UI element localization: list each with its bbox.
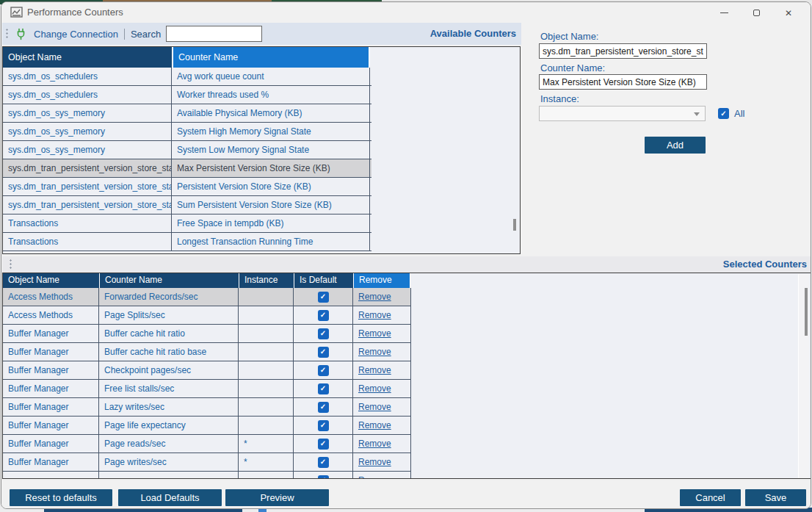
cell-object-name: sys.dm_os_schedulers: [3, 86, 172, 104]
preview-button[interactable]: Preview: [225, 489, 329, 506]
available-row[interactable]: sys.dm_os_schedulersWorker threads used …: [3, 86, 371, 104]
cell-object-name: sys.dm_os_sys_memory: [3, 123, 172, 140]
column-header-counter-name[interactable]: Counter Name: [99, 273, 239, 288]
remove-link[interactable]: Remove: [358, 402, 391, 412]
cell-remove: Remove: [353, 453, 411, 471]
column-header-object-name[interactable]: Object Name: [3, 47, 172, 68]
cell-is-default: [294, 361, 353, 379]
cell-object-name: Buffer Manager: [3, 343, 99, 361]
is-default-checkbox[interactable]: [318, 402, 329, 413]
available-row[interactable]: sys.dm_tran_persistent_version_store_sta…: [3, 159, 371, 178]
column-header-remove[interactable]: Remove: [353, 273, 410, 288]
available-row[interactable]: TransactionsLongest Transaction Running …: [3, 233, 371, 251]
cell-counter-name: Longest Transaction Running Time: [172, 233, 370, 250]
available-rows: sys.dm_os_schedulersAvg work queue count…: [3, 68, 520, 251]
maximize-button[interactable]: [740, 2, 772, 23]
selected-row[interactable]: Buffer ManagerPage life expectancyRemove: [3, 417, 411, 435]
cell-instance: [239, 380, 294, 397]
available-row[interactable]: sys.dm_os_sys_memoryAvailable Physical M…: [3, 104, 371, 123]
selected-table-scrollbar[interactable]: [805, 288, 808, 336]
remove-link[interactable]: Remove: [358, 310, 391, 320]
selected-row[interactable]: Remove: [3, 472, 411, 479]
selected-row[interactable]: Buffer ManagerFree list stalls/secRemove: [3, 380, 411, 398]
load-defaults-button[interactable]: Load Defaults: [118, 489, 222, 506]
remove-link[interactable]: Remove: [358, 365, 391, 375]
selected-row[interactable]: Buffer ManagerCheckpoint pages/secRemove: [3, 361, 411, 380]
available-row[interactable]: sys.dm_os_sys_memorySystem High Memory S…: [3, 123, 371, 141]
available-row[interactable]: sys.dm_tran_persistent_version_store_sta…: [3, 178, 371, 196]
cell-remove: Remove: [353, 398, 411, 416]
selected-row[interactable]: Buffer ManagerBuffer cache hit ratio bas…: [3, 343, 411, 361]
selected-row[interactable]: Buffer ManagerPage writes/sec*Remove: [3, 453, 411, 472]
cell-is-default: [294, 435, 353, 452]
column-header-object-name[interactable]: Object Name: [3, 273, 99, 288]
is-default-checkbox[interactable]: [318, 420, 329, 431]
is-default-checkbox[interactable]: [318, 292, 329, 303]
cell-counter-name: Sum Persistent Version Store Size (KB): [172, 196, 370, 214]
cancel-button[interactable]: Cancel: [680, 489, 741, 506]
cell-object-name: Transactions: [3, 214, 172, 232]
is-default-checkbox[interactable]: [318, 439, 329, 450]
save-button[interactable]: Save: [745, 489, 806, 506]
available-row[interactable]: TransactionsFree Space in tempdb (KB): [3, 214, 371, 233]
column-header-instance[interactable]: Instance: [239, 273, 294, 288]
cell-counter-name: Page life expectancy: [99, 417, 239, 434]
is-default-checkbox[interactable]: [318, 347, 329, 358]
cell-counter-name: Available Physical Memory (KB): [172, 104, 370, 122]
available-counters-table: Object Name Counter Name sys.dm_os_sched…: [2, 46, 521, 254]
remove-link[interactable]: Remove: [358, 292, 391, 302]
toolbar: Change Connection Search Available Count…: [2, 23, 521, 45]
toolbar-grip-icon: [6, 28, 8, 40]
is-default-checkbox[interactable]: [318, 383, 329, 394]
is-default-checkbox[interactable]: [318, 457, 329, 468]
column-header-counter-name[interactable]: Counter Name: [172, 47, 370, 68]
selected-table-header: Object Name Counter Name Instance Is Def…: [3, 273, 811, 288]
column-header-is-default[interactable]: Is Default: [294, 273, 353, 288]
is-default-checkbox[interactable]: [318, 365, 329, 376]
counter-name-field[interactable]: [539, 74, 707, 90]
available-row[interactable]: sys.dm_os_schedulersAvg work queue count: [3, 68, 371, 86]
object-name-field[interactable]: [539, 43, 707, 59]
cell-counter-name: Forwarded Records/sec: [99, 288, 239, 306]
available-row[interactable]: sys.dm_tran_persistent_version_store_sta…: [3, 196, 371, 214]
remove-link[interactable]: Remove: [358, 383, 391, 394]
selected-row[interactable]: Access MethodsForwarded Records/secRemov…: [3, 288, 411, 306]
cell-remove: Remove: [353, 325, 411, 342]
search-input[interactable]: [166, 26, 262, 42]
selected-row[interactable]: Buffer ManagerBuffer cache hit ratioRemo…: [3, 325, 411, 343]
title-bar: Performance Counters: [1, 2, 811, 23]
is-default-checkbox[interactable]: [318, 328, 329, 339]
remove-link[interactable]: Remove: [358, 420, 391, 430]
available-table-scrollbar[interactable]: [513, 219, 516, 231]
cell-object-name: Buffer Manager: [3, 435, 99, 452]
cell-instance: [239, 417, 294, 434]
remove-link[interactable]: Remove: [358, 347, 391, 357]
minimize-button[interactable]: [708, 2, 740, 23]
all-checkbox[interactable]: [718, 108, 729, 119]
cell-remove: Remove: [353, 343, 411, 361]
selected-row[interactable]: Access MethodsPage Splits/secRemove: [3, 306, 411, 325]
all-checkbox-label: All: [734, 108, 744, 119]
is-default-checkbox[interactable]: [318, 310, 329, 321]
close-button[interactable]: [772, 2, 805, 23]
remove-link[interactable]: Remove: [358, 457, 391, 467]
cell-is-default: [294, 343, 353, 361]
maximize-icon: [753, 10, 760, 16]
counter-name-label: Counter Name:: [540, 62, 605, 73]
cell-object-name: Buffer Manager: [3, 453, 99, 471]
selected-row[interactable]: Buffer ManagerLazy writes/secRemove: [3, 398, 411, 417]
cell-remove: Remove: [353, 472, 411, 479]
cell-is-default: [294, 288, 353, 306]
cell-counter-name: Page writes/sec: [99, 453, 239, 471]
selected-row[interactable]: Buffer ManagerPage reads/sec*Remove: [3, 435, 411, 453]
cell-object-name: Access Methods: [3, 306, 99, 324]
remove-link[interactable]: Remove: [358, 439, 391, 449]
change-connection-button[interactable]: Change Connection: [34, 29, 118, 40]
remove-link[interactable]: Remove: [358, 328, 391, 339]
footer-bar: Reset to defaults Load Defaults Preview …: [1, 479, 811, 509]
add-button[interactable]: Add: [645, 137, 706, 154]
reset-to-defaults-button[interactable]: Reset to defaults: [10, 489, 112, 506]
instance-dropdown[interactable]: [539, 106, 706, 121]
cell-is-default: [294, 325, 353, 342]
available-row[interactable]: sys.dm_os_sys_memorySystem Low Memory Si…: [3, 141, 371, 159]
